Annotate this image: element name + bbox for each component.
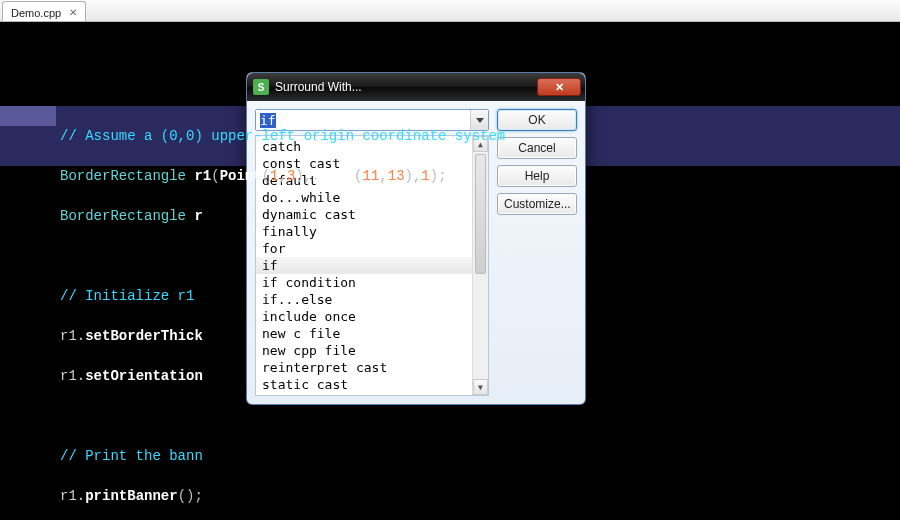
code-ident: r1.	[60, 488, 85, 504]
code-type: Point	[220, 168, 262, 184]
dialog-title: Surround With...	[275, 80, 531, 94]
code-type: BorderRectangle	[60, 168, 194, 184]
code-punct: ),	[405, 168, 422, 184]
ide-window: Demo.cpp ✕ // Assume a (0,0) upper-left …	[0, 0, 900, 520]
code-type: Point	[312, 168, 354, 184]
code-punct: ();	[178, 488, 203, 504]
code-comment: // Initialize r1	[60, 288, 203, 304]
code-punct: ),	[295, 168, 312, 184]
code-number: 11	[363, 168, 380, 184]
gutter-highlight	[0, 106, 56, 126]
close-button[interactable]: ✕	[537, 78, 581, 96]
file-tab-label: Demo.cpp	[11, 7, 61, 19]
code-func: printBanner	[85, 488, 177, 504]
code-ident: r1	[194, 168, 211, 184]
code-content: // Assume a (0,0) upper-left origin coor…	[60, 106, 900, 520]
code-type: BorderRectangle	[60, 208, 194, 224]
code-number: 1	[421, 168, 429, 184]
code-punct: ,	[379, 168, 387, 184]
code-func: setOrientation	[85, 368, 203, 384]
code-func: setBorderThick	[85, 328, 203, 344]
code-punct: ,	[278, 168, 286, 184]
code-punct: (	[211, 168, 219, 184]
code-comment: // Print the bann	[60, 448, 203, 464]
dialog-icon: S	[253, 79, 269, 95]
code-ident: r1.	[60, 368, 85, 384]
code-punct: );	[430, 168, 447, 184]
code-comment: // Assume a (0,0) upper-left origin coor…	[60, 128, 505, 144]
code-punct: (	[262, 168, 270, 184]
dialog-icon-letter: S	[258, 82, 265, 93]
code-punct: (	[354, 168, 362, 184]
code-ident: r	[194, 208, 202, 224]
dialog-titlebar[interactable]: S Surround With... ✕	[247, 73, 585, 101]
tab-bar: Demo.cpp ✕	[0, 0, 900, 22]
close-icon[interactable]: ✕	[67, 7, 79, 18]
code-ident: r1.	[60, 328, 85, 344]
code-number: 13	[388, 168, 405, 184]
file-tab[interactable]: Demo.cpp ✕	[2, 1, 86, 21]
